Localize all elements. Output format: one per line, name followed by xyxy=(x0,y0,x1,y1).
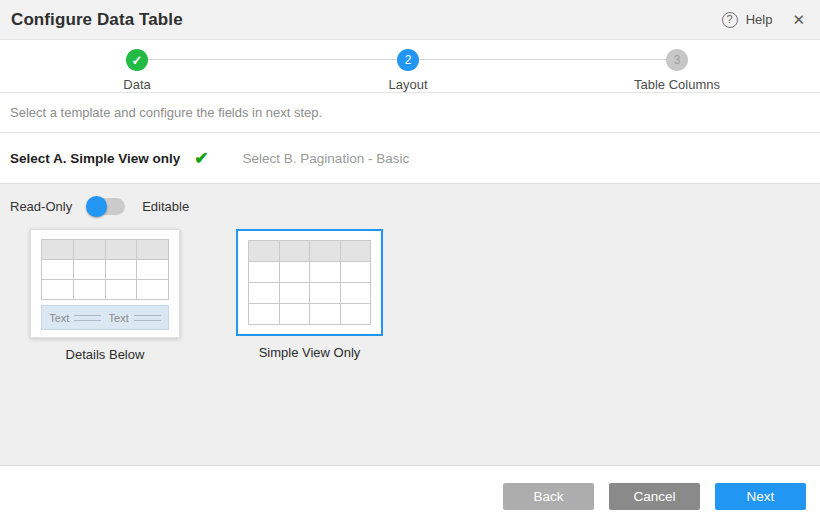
layout-content: Read-Only Editable xyxy=(0,184,820,466)
read-only-editable-toggle[interactable] xyxy=(87,198,125,215)
configure-data-table-dialog: Configure Data Table ? Help ✕ ✓ Data 2 L… xyxy=(0,0,820,526)
preview-cell xyxy=(42,280,74,300)
help-button[interactable]: ? Help xyxy=(722,12,773,28)
dialog-footer: Back Cancel Next xyxy=(0,466,820,526)
preview-cell xyxy=(249,304,280,325)
preview-cell xyxy=(341,262,371,283)
template-cards-row: Text Text Details Below xyxy=(0,215,820,362)
step-table-columns-label: Table Columns xyxy=(634,77,720,92)
header-actions: ? Help ✕ xyxy=(722,12,805,28)
editable-label: Editable xyxy=(142,199,189,214)
template-card-details-below[interactable]: Text Text xyxy=(30,229,180,338)
template-hint-text: Select a template and configure the fiel… xyxy=(10,105,322,120)
detail-field: Text xyxy=(49,312,101,324)
preview-row xyxy=(42,280,168,300)
preview-cell xyxy=(341,241,371,262)
cancel-button[interactable]: Cancel xyxy=(609,483,700,510)
preview-cell xyxy=(106,260,138,280)
template-hint-row: Select a template and configure the fiel… xyxy=(0,93,820,133)
preview-row xyxy=(249,283,370,304)
detail-field-lines xyxy=(134,315,161,321)
tab-simple-view-only-label: Select A. Simple View only xyxy=(10,151,180,166)
preview-cell xyxy=(310,241,341,262)
tab-simple-view-only[interactable]: Select A. Simple View only ✔ xyxy=(10,150,209,167)
preview-cell xyxy=(42,240,74,260)
preview-header-row xyxy=(42,240,168,260)
preview-cell xyxy=(42,260,74,280)
template-label-details-below: Details Below xyxy=(66,347,145,362)
preview-cell xyxy=(341,304,371,325)
preview-cell xyxy=(310,283,341,304)
help-icon: ? xyxy=(722,12,738,28)
tab-pagination-basic[interactable]: Select B. Pagination - Basic xyxy=(243,151,410,166)
preview-row xyxy=(42,260,168,280)
preview-header-row xyxy=(249,241,370,262)
preview-cell xyxy=(249,262,280,283)
detail-field-label: Text xyxy=(109,312,129,324)
wizard-stepper: ✓ Data 2 Layout 3 Table Columns xyxy=(0,40,820,93)
template-card-simple-view-only[interactable] xyxy=(236,229,383,336)
read-only-label: Read-Only xyxy=(10,199,72,214)
preview-cell xyxy=(280,283,311,304)
step-layout-number[interactable]: 2 xyxy=(397,49,419,71)
preview-cell xyxy=(310,262,341,283)
page-title: Configure Data Table xyxy=(11,10,183,30)
preview-cell xyxy=(280,262,311,283)
preview-cell xyxy=(74,260,106,280)
step-data-check-icon[interactable]: ✓ xyxy=(126,49,148,71)
preview-cell xyxy=(280,304,311,325)
template-tabs: Select A. Simple View only ✔ Select B. P… xyxy=(0,133,820,184)
preview-cell xyxy=(106,240,138,260)
table-preview xyxy=(248,240,371,325)
template-option-simple-view-only: Simple View Only xyxy=(236,229,383,360)
table-preview xyxy=(41,239,169,300)
step-table-columns-number[interactable]: 3 xyxy=(666,49,688,71)
preview-cell xyxy=(74,240,106,260)
back-button[interactable]: Back xyxy=(503,483,594,510)
dialog-header: Configure Data Table ? Help ✕ xyxy=(0,0,820,40)
detail-field-lines xyxy=(74,315,101,321)
preview-cell xyxy=(74,280,106,300)
preview-cell xyxy=(137,280,168,300)
selected-check-icon: ✔ xyxy=(194,150,208,167)
step-layout-label: Layout xyxy=(388,77,427,92)
toggle-knob[interactable] xyxy=(86,196,107,217)
help-label: Help xyxy=(746,12,773,27)
preview-cell xyxy=(280,241,311,262)
template-option-details-below: Text Text Details Below xyxy=(30,229,180,362)
preview-cell xyxy=(106,280,138,300)
mode-toggle-row: Read-Only Editable xyxy=(0,184,820,215)
detail-field-label: Text xyxy=(49,312,69,324)
detail-field: Text xyxy=(109,312,161,324)
close-icon[interactable]: ✕ xyxy=(792,12,805,27)
preview-row xyxy=(249,262,370,283)
preview-cell xyxy=(341,283,371,304)
details-preview-strip: Text Text xyxy=(41,305,169,330)
step-data-label: Data xyxy=(123,77,150,92)
template-label-simple-view-only: Simple View Only xyxy=(259,345,361,360)
preview-cell xyxy=(137,240,168,260)
step-layout: 2 Layout xyxy=(338,49,478,92)
preview-cell xyxy=(310,304,341,325)
step-data: ✓ Data xyxy=(67,49,207,92)
preview-cell xyxy=(249,283,280,304)
preview-cell xyxy=(137,260,168,280)
step-table-columns: 3 Table Columns xyxy=(607,49,747,92)
preview-row xyxy=(249,304,370,325)
next-button[interactable]: Next xyxy=(715,483,806,510)
preview-cell xyxy=(249,241,280,262)
